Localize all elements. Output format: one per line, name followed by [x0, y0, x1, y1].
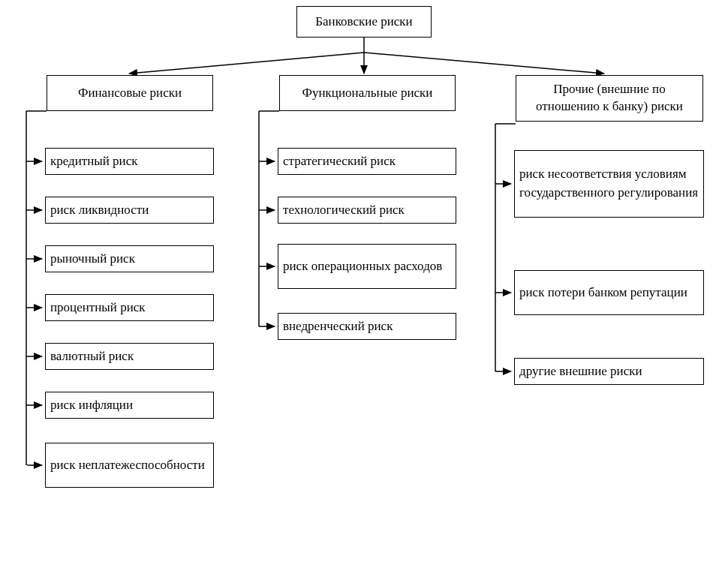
svg-line-1 [129, 53, 364, 74]
col1-item-label: кредитный риск [50, 152, 138, 171]
col1-item: кредитный риск [45, 148, 214, 175]
col3-item-label: риск несоответствия условиям государстве… [519, 165, 699, 202]
col3-item: другие внешние риски [514, 358, 704, 385]
col2-item: внедренческий риск [278, 313, 456, 340]
col1-item-label: рыночный риск [50, 250, 135, 269]
col2-item: риск операционных расходов [278, 244, 456, 289]
col1-item: риск неплатежеспособности [45, 443, 214, 488]
col2-item-label: технологический риск [283, 201, 405, 220]
col2-item-label: внедренческий риск [283, 317, 393, 336]
col1-item-label: риск инфляции [50, 396, 133, 415]
col1-item: рыночный риск [45, 245, 214, 272]
col1-item: процентный риск [45, 294, 214, 321]
col3-item: риск потери банком репутации [514, 270, 704, 315]
col1-item-label: процентный риск [50, 299, 146, 317]
col2-item-label: риск операционных расходов [283, 257, 442, 276]
svg-line-3 [364, 53, 604, 74]
col1-header: Финансовые риски [47, 75, 213, 111]
root-node: Банковские риски [296, 6, 432, 38]
col3-item-label: другие внешние риски [519, 362, 642, 381]
col2-item: стратегический риск [278, 148, 456, 175]
col3-item: риск несоответствия условиям государстве… [514, 150, 704, 218]
root-title: Банковские риски [315, 14, 412, 31]
col2-item: технологический риск [278, 197, 456, 224]
col2-header: Функциональные риски [279, 75, 456, 111]
col2-item-label: стратегический риск [283, 152, 396, 171]
diagram-canvas: Банковские риски Финансовые риски кредит… [0, 0, 728, 571]
col1-item: риск ликвидности [45, 197, 214, 224]
col3-item-label: риск потери банком репутации [519, 284, 687, 302]
col3-header-label: Прочие (внешние по отношению к банку) ри… [521, 81, 698, 116]
col1-item-label: риск неплатежеспособности [50, 456, 205, 475]
col3-header: Прочие (внешние по отношению к банку) ри… [516, 75, 703, 122]
col2-header-label: Функциональные риски [302, 85, 433, 102]
col1-item-label: валютный риск [50, 347, 134, 366]
col1-item-label: риск ликвидности [50, 201, 149, 220]
col1-item: валютный риск [45, 343, 214, 370]
col1-item: риск инфляции [45, 392, 214, 419]
col1-header-label: Финансовые риски [78, 85, 182, 102]
